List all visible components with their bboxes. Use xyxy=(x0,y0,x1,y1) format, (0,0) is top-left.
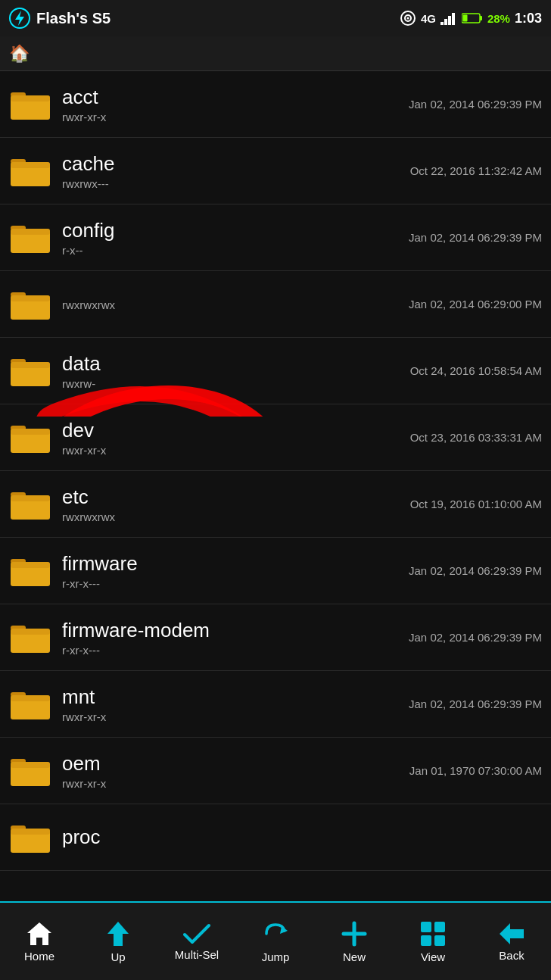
folder-icon xyxy=(9,753,51,789)
file-date: Jan 02, 2014 06:29:39 PM xyxy=(409,564,542,577)
svg-rect-41 xyxy=(11,695,50,701)
file-name: config xyxy=(62,219,403,242)
nav-jump[interactable]: Jump xyxy=(236,920,315,963)
up-icon xyxy=(106,920,130,947)
folder-icon xyxy=(9,353,51,389)
file-item[interactable]: oemrwxr-xr-xJan 01, 1970 07:30:00 AM xyxy=(0,738,551,804)
file-item[interactable]: datarwxrw-Oct 24, 2016 10:58:54 AM xyxy=(0,338,551,404)
folder-icon xyxy=(9,819,51,856)
svg-rect-6 xyxy=(444,19,447,25)
file-perms: r-xr-x--- xyxy=(62,644,403,657)
signal-icon xyxy=(440,11,457,25)
file-date: Oct 24, 2016 10:58:54 AM xyxy=(410,364,542,377)
file-date: Oct 19, 2016 01:10:00 AM xyxy=(410,498,542,510)
file-info: etcrwxrwxrwx xyxy=(62,485,404,523)
multisel-icon xyxy=(183,922,210,945)
svg-rect-32 xyxy=(11,495,50,501)
nav-back[interactable]: Back xyxy=(472,922,551,962)
file-info: mntrwxr-xr-x xyxy=(62,685,403,723)
file-name: firmware xyxy=(62,552,403,576)
file-item[interactable]: etcrwxrwxrwxOct 19, 2016 01:10:00 AM xyxy=(0,471,551,538)
svg-rect-47 xyxy=(11,829,50,835)
target-icon xyxy=(400,10,416,27)
new-icon xyxy=(341,920,368,947)
file-name: acct xyxy=(62,86,403,109)
nav-home[interactable]: Home xyxy=(0,921,79,963)
jump-icon xyxy=(262,920,289,947)
battery-percent: 28% xyxy=(487,12,510,25)
svg-rect-20 xyxy=(11,229,50,235)
folder-icon xyxy=(9,86,51,123)
status-left: Flash's S5 xyxy=(9,8,111,29)
file-item[interactable]: mntrwxr-xr-xJan 02, 2014 06:29:39 PM xyxy=(0,671,551,738)
nav-jump-label: Jump xyxy=(262,950,290,963)
status-bar: Flash's S5 4G 28% 1:03 xyxy=(0,0,551,36)
file-date: Jan 02, 2014 06:29:39 PM xyxy=(409,631,542,644)
status-right: 4G 28% 1:03 xyxy=(400,10,542,27)
svg-marker-1 xyxy=(15,11,24,26)
file-date: Oct 22, 2016 11:32:42 AM xyxy=(410,164,542,177)
folder-icon xyxy=(9,486,51,523)
nav-back-label: Back xyxy=(499,949,524,962)
file-info: configr-x-- xyxy=(62,219,403,257)
folder-icon xyxy=(9,686,51,723)
breadcrumb-bar: 🏠 xyxy=(0,36,551,71)
file-info: firmwarer-xr-x--- xyxy=(62,552,403,590)
file-item[interactable]: proc xyxy=(0,804,551,871)
file-perms: rwxr-xr-x xyxy=(62,111,403,123)
svg-rect-23 xyxy=(11,295,50,301)
file-perms: rwxrwxrwx xyxy=(62,298,403,311)
svg-rect-56 xyxy=(421,935,431,946)
file-info: devrwxr-xr-x xyxy=(62,419,404,457)
nav-new[interactable]: New xyxy=(315,920,394,963)
home-icon xyxy=(26,921,53,947)
svg-rect-38 xyxy=(11,629,50,635)
svg-rect-11 xyxy=(462,15,467,22)
file-item[interactable]: acctrwxr-xr-xJan 02, 2014 06:29:39 PM xyxy=(0,71,551,138)
file-item[interactable]: configr-x--Jan 02, 2014 06:29:39 PM xyxy=(0,204,551,271)
file-item[interactable]: firmwarer-xr-x---Jan 02, 2014 06:29:39 P… xyxy=(0,538,551,604)
file-date: Jan 02, 2014 06:29:39 PM xyxy=(409,231,542,244)
svg-rect-10 xyxy=(480,16,482,20)
view-icon xyxy=(419,920,447,947)
file-list: acctrwxr-xr-xJan 02, 2014 06:29:39 PMcac… xyxy=(0,71,551,871)
svg-rect-17 xyxy=(11,162,50,168)
back-icon xyxy=(498,922,525,946)
file-item[interactable]: rwxrwxrwxJan 02, 2014 06:29:00 PM xyxy=(0,271,551,338)
file-list-wrapper: acctrwxr-xr-xJan 02, 2014 06:29:39 PMcac… xyxy=(0,71,551,871)
svg-point-4 xyxy=(406,17,409,20)
file-name: data xyxy=(62,352,404,376)
folder-icon xyxy=(9,153,51,189)
svg-marker-58 xyxy=(500,923,524,944)
file-info: datarwxrw- xyxy=(62,352,404,390)
nav-multisel-label: Multi-Sel xyxy=(175,948,219,961)
file-item[interactable]: cacherwxrwx---Oct 22, 2016 11:32:42 AM xyxy=(0,138,551,204)
file-info: rwxrwxrwx xyxy=(62,297,403,311)
app-title: Flash's S5 xyxy=(36,10,111,27)
file-perms: rwxrw- xyxy=(62,377,404,390)
home-breadcrumb-icon[interactable]: 🏠 xyxy=(9,44,30,64)
file-perms: rwxrwxrwx xyxy=(62,510,404,523)
svg-rect-54 xyxy=(421,922,431,932)
svg-rect-5 xyxy=(440,22,444,25)
file-perms: r-xr-x--- xyxy=(62,577,403,590)
file-item[interactable]: devrwxr-xr-xOct 23, 2016 03:33:31 AM xyxy=(0,404,551,471)
folder-icon xyxy=(9,553,51,589)
svg-marker-50 xyxy=(107,922,129,946)
file-item[interactable]: firmware-modemr-xr-x---Jan 02, 2014 06:2… xyxy=(0,604,551,671)
file-info: cacherwxrwx--- xyxy=(62,152,404,190)
nav-up-label: Up xyxy=(111,950,125,963)
nav-home-label: Home xyxy=(24,950,54,963)
file-name: proc xyxy=(62,826,542,849)
nav-multisel[interactable]: Multi-Sel xyxy=(157,922,236,961)
file-date: Jan 02, 2014 06:29:00 PM xyxy=(409,298,542,311)
nav-up[interactable]: Up xyxy=(79,920,157,963)
file-name: etc xyxy=(62,485,404,509)
file-name: firmware-modem xyxy=(62,619,403,642)
svg-rect-35 xyxy=(11,562,50,568)
file-perms: rwxr-xr-x xyxy=(62,710,403,723)
file-perms: rwxrwx--- xyxy=(62,177,404,190)
folder-icon xyxy=(9,286,51,323)
nav-view[interactable]: View xyxy=(394,920,472,963)
svg-rect-55 xyxy=(434,922,445,932)
